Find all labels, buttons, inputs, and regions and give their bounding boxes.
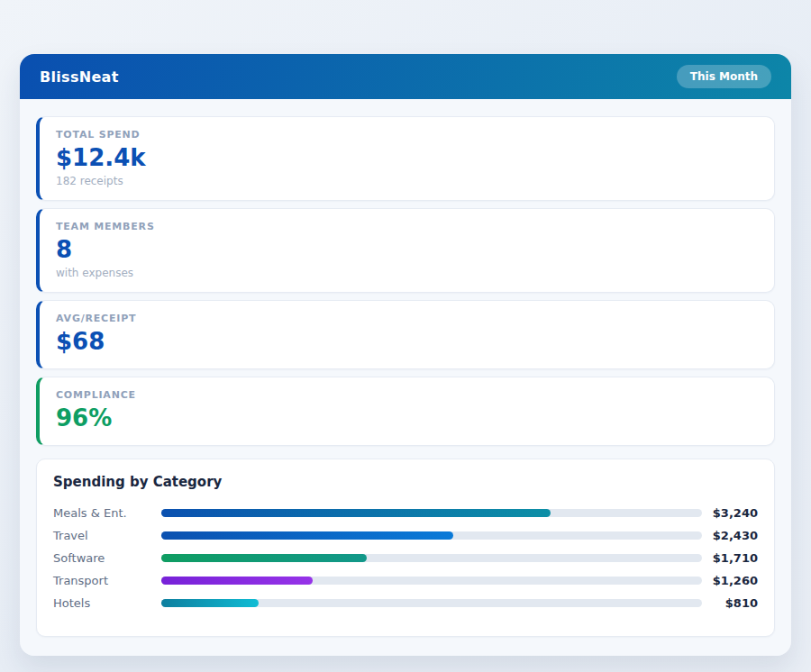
stat-value: $68 (56, 329, 758, 356)
bar-track (161, 531, 702, 540)
category-label: Software (53, 551, 161, 565)
bar-track (161, 554, 702, 562)
stat-value: $12.4k (56, 145, 758, 172)
category-amount: $1,710 (702, 551, 758, 565)
stat-label: TOTAL SPEND (56, 129, 758, 141)
app-content: TOTAL SPEND $12.4k 182 receipts TEAM MEM… (20, 99, 791, 656)
bar-fill (161, 554, 367, 562)
stat-card-total-spend: TOTAL SPEND $12.4k 182 receipts (36, 116, 775, 201)
app-title: BlissNeat (40, 68, 119, 86)
spending-by-category-card: Spending by Category Meals & Ent. $3,240… (36, 459, 775, 637)
category-row-software: Software $1,710 (53, 547, 758, 569)
bar-track (161, 577, 702, 585)
category-row-hotels: Hotels $810 (53, 592, 758, 614)
stat-card-team-members: TEAM MEMBERS 8 with expenses (36, 208, 775, 293)
stat-label: AVG/RECEIPT (56, 313, 758, 324)
bar-fill (161, 599, 259, 607)
category-row-travel: Travel $2,430 (53, 524, 758, 547)
bar-fill (161, 531, 453, 540)
stat-card-avg-receipt: AVG/RECEIPT $68 (36, 300, 775, 369)
app-header: BlissNeat This Month (20, 54, 791, 99)
category-label: Transport (53, 574, 161, 587)
stat-value: 96% (56, 405, 758, 432)
category-amount: $2,430 (702, 529, 758, 542)
category-row-meals: Meals & Ent. $3,240 (53, 502, 758, 524)
category-label: Meals & Ent. (53, 506, 161, 520)
bar-fill (161, 577, 313, 585)
chart-title: Spending by Category (53, 474, 758, 490)
category-row-transport: Transport $1,260 (53, 569, 758, 592)
period-badge[interactable]: This Month (677, 65, 771, 88)
category-amount: $3,240 (702, 506, 758, 520)
app-window: BlissNeat This Month TOTAL SPEND $12.4k … (20, 54, 791, 656)
stat-label: TEAM MEMBERS (56, 221, 758, 232)
category-amount: $810 (702, 596, 758, 610)
bar-fill (161, 509, 551, 517)
stat-label: COMPLIANCE (56, 389, 758, 401)
category-amount: $1,260 (702, 574, 758, 587)
bar-track (161, 599, 702, 607)
category-label: Travel (53, 529, 161, 542)
stat-value: 8 (56, 237, 758, 264)
stat-sub: 182 receipts (56, 175, 758, 187)
category-label: Hotels (53, 596, 161, 610)
stat-sub: with expenses (56, 267, 758, 279)
bar-track (161, 509, 702, 517)
stat-card-compliance: COMPLIANCE 96% (36, 377, 775, 446)
